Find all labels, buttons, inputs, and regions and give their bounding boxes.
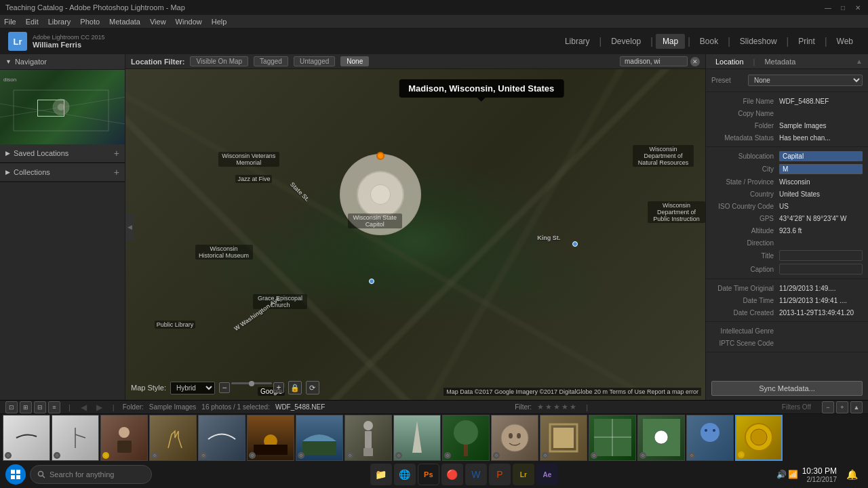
file-explorer-icon[interactable]: 📁 xyxy=(370,464,392,485)
photo-thumb-1[interactable]: ○ xyxy=(3,415,50,461)
photo-thumb-11[interactable]: ○ xyxy=(491,415,538,461)
preset-select[interactable]: None xyxy=(748,75,863,86)
compare-view-icon[interactable]: ⊟ xyxy=(34,401,46,413)
photo-thumb-16[interactable]: ○ xyxy=(735,415,783,461)
map-track-btn[interactable]: ⟳ xyxy=(306,381,319,394)
nav-map[interactable]: Map xyxy=(656,34,685,49)
location-tab[interactable]: Location xyxy=(711,56,748,67)
close-button[interactable]: ✕ xyxy=(853,3,863,12)
survey-view-icon[interactable]: ≡ xyxy=(48,401,60,413)
nav-print[interactable]: Print xyxy=(791,34,822,49)
filmstrip: ⊡ ⊞ ⊟ ≡ | ◀ ▶ | Folder: Sample Images 16… xyxy=(0,400,868,461)
visible-on-map-btn[interactable]: Visible On Map xyxy=(190,56,248,66)
start-button[interactable] xyxy=(5,464,26,485)
star-4[interactable]: ★ xyxy=(561,403,568,411)
nav-develop[interactable]: Develop xyxy=(604,34,648,49)
badge-10: ○ xyxy=(444,452,451,459)
caption-value[interactable] xyxy=(779,264,863,274)
metadata-tab[interactable]: Metadata xyxy=(760,56,800,67)
filmstrip-expand-btn[interactable]: ▲ xyxy=(850,401,863,413)
star-3[interactable]: ★ xyxy=(553,403,560,411)
single-view-icon[interactable]: ⊡ xyxy=(5,401,18,413)
nav-book[interactable]: Book xyxy=(693,34,725,49)
untagged-btn[interactable]: Untagged xyxy=(294,56,335,66)
badge-12: ○ xyxy=(542,452,549,459)
svg-rect-14 xyxy=(363,448,373,456)
photo-thumb-14[interactable]: ○ xyxy=(637,415,685,461)
collections-add[interactable]: + xyxy=(114,167,119,178)
left-panel-expand[interactable]: ◀ xyxy=(125,214,134,241)
minimize-button[interactable]: — xyxy=(823,3,833,12)
title-value[interactable] xyxy=(779,250,863,261)
photo-thumb-7[interactable]: ○ xyxy=(296,415,343,461)
chrome-icon[interactable]: 🔴 xyxy=(441,464,463,485)
photo-thumb-15[interactable]: ○ xyxy=(686,415,734,461)
star-1[interactable]: ★ xyxy=(537,403,544,411)
star-2[interactable]: ★ xyxy=(545,403,552,411)
photo-thumb-9[interactable]: ○ xyxy=(393,415,441,461)
photo-thumb-6[interactable]: ○ xyxy=(247,415,294,461)
sync-metadata-btn[interactable]: Sync Metadata... xyxy=(711,381,863,396)
menu-view[interactable]: View xyxy=(150,18,166,26)
photo-thumb-8[interactable]: ○ xyxy=(344,415,392,461)
saved-locations-header[interactable]: ▶ Saved Locations + xyxy=(0,144,125,163)
sublocation-value[interactable]: Capital xyxy=(779,151,863,161)
menu-file[interactable]: File xyxy=(4,18,16,26)
menu-library[interactable]: Library xyxy=(48,18,71,26)
nav-slideshow[interactable]: Slideshow xyxy=(733,34,784,49)
photo-thumb-2[interactable]: ○ xyxy=(52,415,99,461)
navigator-header[interactable]: ▼ Navigator xyxy=(0,54,125,70)
photo-thumb-12[interactable]: ○ xyxy=(540,415,587,461)
next-btn[interactable]: ▶ xyxy=(94,403,104,412)
photo-thumb-10[interactable]: ○ xyxy=(442,415,490,461)
zoom-out-btn[interactable]: − xyxy=(219,382,230,393)
panel-expand-icon[interactable]: ▲ xyxy=(856,58,863,65)
city-value[interactable]: M xyxy=(779,164,863,174)
thumb-larger-btn[interactable]: + xyxy=(836,401,848,413)
menu-metadata[interactable]: Metadata xyxy=(109,18,140,26)
edge-icon[interactable]: 🌐 xyxy=(394,464,416,485)
preset-row: Preset None xyxy=(711,75,863,86)
star-5[interactable]: ★ xyxy=(570,403,576,411)
taskbar-search[interactable]: Search for anything xyxy=(30,465,152,484)
menu-window[interactable]: Window xyxy=(176,18,202,26)
nav-web[interactable]: Web xyxy=(830,34,860,49)
menu-help[interactable]: Help xyxy=(212,18,227,26)
nav-library[interactable]: Library xyxy=(558,34,597,49)
word-icon[interactable]: W xyxy=(465,464,487,485)
thumb-smaller-btn[interactable]: − xyxy=(822,401,834,413)
zoom-in-btn[interactable]: + xyxy=(273,382,284,393)
map-search-input[interactable] xyxy=(620,56,688,66)
map-lock-btn[interactable]: 🔒 xyxy=(288,381,302,394)
badge-5: ○ xyxy=(200,452,207,459)
adobe-icon[interactable]: Ps xyxy=(418,464,439,485)
maximize-button[interactable]: □ xyxy=(838,3,848,12)
menu-edit[interactable]: Edit xyxy=(26,18,39,26)
grid-view-icon[interactable]: ⊞ xyxy=(20,401,32,413)
notifications-btn[interactable]: 🔔 xyxy=(841,464,863,485)
collections-header[interactable]: ▶ Collections + xyxy=(0,163,125,182)
svg-point-31 xyxy=(705,429,707,432)
date-time-row: Date Time 11/29/2013 1:49:41 .... xyxy=(711,294,863,306)
photo-thumb-13[interactable]: ○ xyxy=(589,415,636,461)
photo-thumb-3[interactable]: ○ xyxy=(100,415,148,461)
tagged-btn[interactable]: Tagged xyxy=(254,56,288,66)
gps-label: GPS xyxy=(711,215,779,222)
menu-photo[interactable]: Photo xyxy=(80,18,100,26)
date-created-label: Date Created xyxy=(711,309,779,317)
filters-off-btn[interactable]: Filters Off xyxy=(782,403,811,411)
none-btn[interactable]: None xyxy=(340,56,369,66)
prev-btn[interactable]: ◀ xyxy=(79,403,89,412)
search-close-btn[interactable]: ✕ xyxy=(690,57,700,66)
app-icon-ae[interactable]: Ae xyxy=(536,464,558,485)
satellite-map[interactable]: Madison, Wisconsin, United States Wiscon… xyxy=(125,69,705,400)
photo-thumb-5[interactable]: ○ xyxy=(198,415,245,461)
powerpoint-icon[interactable]: P xyxy=(489,464,511,485)
zoom-slider[interactable] xyxy=(231,382,272,384)
map-style-select[interactable]: Hybrid Satellite Terrain xyxy=(170,382,215,394)
app-icon-lr[interactable]: Lr xyxy=(513,464,534,485)
saved-locations-add[interactable]: + xyxy=(114,148,119,159)
photo-thumb-4[interactable]: ○ xyxy=(149,415,197,461)
map-area: Location Filter: Visible On Map Tagged U… xyxy=(125,54,705,400)
filmstrip-controls: − + ▲ xyxy=(822,401,863,413)
